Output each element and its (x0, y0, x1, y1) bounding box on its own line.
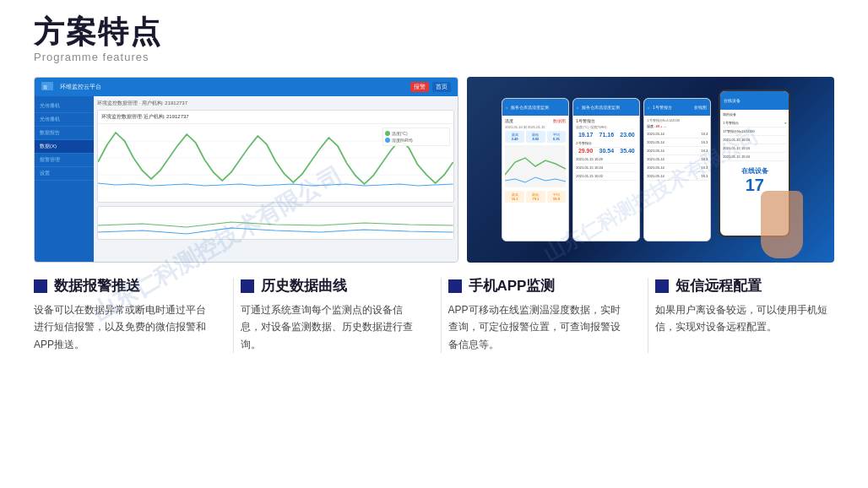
feature-icon-1 (34, 279, 47, 293)
feature-title-2: 历史数据曲线 (261, 278, 347, 295)
main-title: 方案特点 (34, 15, 834, 49)
phone-data-item-5: 2021-05-1416.3 (647, 164, 708, 172)
phone-data-item-6: 2021-05-1416.3 (647, 172, 708, 181)
phone-title-1: 服务仓库温湿度监测 (511, 105, 549, 110)
phone-screen-1: ‹ 服务仓库温湿度监测 温度数据图 2021-01-10 到 2021-01-1… (502, 98, 569, 241)
dash-header: 云 环维监控云平台 报警 首页 (35, 78, 458, 96)
phone-screen-3: ‹ 1号警报台 折线图 1号警报台No1124190 温度: 49 + ... … (643, 98, 711, 241)
hand-shape (761, 191, 803, 258)
feature-title-row-2: 历史数据曲线 (241, 278, 420, 295)
feature-card-3: 手机APP监测 APP可移动在线监测温湿度数据，实时查询，可定位报警位置，可查询… (448, 278, 641, 354)
phone-data-item-2: 2021-05-1416.3 (647, 138, 708, 147)
device-item-4: 2021-01-15 10:24 (723, 144, 786, 153)
mobile-screenshot: ‹ 服务仓库温湿度监测 温度数据图 2021-01-10 到 2021-01-1… (467, 77, 834, 263)
screenshots-row: 云 环维监控云平台 报警 首页 光传播机 光传播机 数据报告 数据(X) 报警管… (34, 77, 834, 263)
device-item-1: 1号警报台● (723, 119, 786, 127)
dash-nav: 报警 首页 (410, 82, 451, 92)
data-box-1: 最高2.49 (505, 131, 524, 143)
dash-logo: 云 (41, 82, 53, 92)
dash-chart-area: 环境监控数据管理·近户机构: 21912737 (97, 110, 454, 203)
feature-card-4: 短信远程配置 如果用户离设备较远，可以使用手机短信，实现对设备远程配置。 (655, 278, 834, 354)
legend-color-2 (385, 138, 390, 143)
nav-home[interactable]: 首页 (432, 82, 451, 92)
sidebar-item-5[interactable]: 报警管理 (35, 154, 94, 167)
legend-color-1 (385, 131, 390, 136)
device-item-3: 2021-01-15 10:24 (723, 136, 786, 144)
mobile-screens-container: ‹ 服务仓库温湿度监测 温度数据图 2021-01-10 到 2021-01-1… (467, 77, 834, 263)
phone-list-1: 2号警报台 (576, 139, 637, 148)
feature-desc-4: 如果用户离设备较远，可以使用手机短信，实现对设备远程配置。 (655, 301, 834, 336)
phone-header-3: ‹ 1号警报台 折线图 (644, 99, 710, 116)
feature-title-4: 短信远程配置 (675, 278, 762, 295)
data-box-5: 最低79.1 (526, 191, 545, 203)
device-item-5: 2021-01-15 10:24 (723, 153, 786, 161)
phone-chart-1 (505, 145, 566, 187)
features-row: 数据报警推送 设备可以在数据异常或断电时通过平台进行短信报警，以及免费的微信报警… (34, 278, 834, 354)
phone-title-2: 服务仓库温湿度监测 (582, 105, 620, 110)
legend-item-2: 湿度(%RH) (385, 137, 448, 144)
dash-breadcrumb: 环境监控数据管理 · 用户机构: 21912737 (97, 100, 454, 107)
phone-data-item-3: 2021-05-1416.3 (647, 147, 708, 155)
feature-title-row-3: 手机APP监测 (448, 278, 627, 295)
phone-title-3: 1号警报台 (653, 105, 672, 110)
sidebar-item-1[interactable]: 光传播机 (35, 100, 94, 113)
feature-desc-3: APP可移动在线监测温湿度数据，实时查询，可定位报警位置，可查询报警设备信息等。 (448, 301, 627, 353)
phone-data-item-1: 2021-05-1416.3 (647, 130, 708, 138)
svg-rect-6 (98, 207, 453, 240)
phone-row-1: 温度数据图 (505, 118, 566, 123)
phone-data-row-1: 最高2.49 最低8.92 平均6.91 (505, 131, 566, 143)
sidebar-item-6[interactable]: 设置 (35, 167, 94, 181)
phone-list-3: 2021-01-15 10:24 (576, 164, 637, 172)
phone-title-4: 在线设备 (724, 98, 741, 103)
phone-header-1: ‹ 服务仓库温湿度监测 (502, 99, 568, 116)
dashboard-screenshot: 云 环维监控云平台 报警 首页 光传播机 光传播机 数据报告 数据(X) 报警管… (34, 77, 458, 263)
nav-alarm[interactable]: 报警 (410, 82, 429, 92)
data-box-4: 最高16.1 (505, 191, 524, 203)
phone-header-4: 在线设备 (720, 91, 789, 110)
feature-desc-2: 可通过系统查询每个监测点的设备信息，对设备监测数据、历史数据进行查询。 (241, 301, 420, 353)
data-box-2: 最低8.92 (526, 131, 545, 143)
sidebar-item-4[interactable]: 数据(X) (35, 140, 94, 154)
phone-header-2: ‹ 服务仓库温湿度监测 (573, 99, 639, 116)
feature-divider-1 (233, 278, 234, 354)
phone-row-2: 1号警报台 (576, 118, 637, 123)
phone-hand-container: 在线设备 我的设备 1号警报台● 1T警报台No1124190 2021- (714, 89, 799, 250)
feature-title-1: 数据报警推送 (54, 278, 140, 295)
phone-list-2: 2021-01-15 10:26 (576, 155, 637, 164)
phone-content-1: 温度数据图 2021-01-10 到 2021-01-15 最高2.49 最低8… (502, 116, 568, 207)
data-box-3: 平均6.91 (547, 131, 567, 143)
feature-desc-1: 设备可以在数据异常或断电时通过平台进行短信报警，以及免费的微信报警和APP推送。 (34, 301, 213, 353)
header-section: 方案特点 Programme features (34, 15, 834, 63)
feature-title-3: 手机APP监测 (469, 278, 556, 295)
feature-card-2: 历史数据曲线 可通过系统查询每个监测点的设备信息，对设备监测数据、历史数据进行查… (241, 278, 433, 354)
dash-sidebar: 光传播机 光传播机 数据报告 数据(X) 报警管理 设置 (35, 96, 94, 262)
feature-icon-2 (241, 279, 254, 293)
legend-item-1: 温度(°C) (385, 130, 448, 137)
phone-screen-2: ‹ 服务仓库温湿度监测 1号警报台 温度(°C) 湿度(%RH) 19.17 7… (572, 98, 640, 241)
dash-logo-text: 环维监控云平台 (60, 83, 101, 91)
feature-title-row-4: 短信远程配置 (655, 278, 834, 295)
feature-icon-3 (448, 279, 462, 293)
phone-data-item-4: 2021-05-1416.3 (647, 155, 708, 164)
sidebar-item-2[interactable]: 光传播机 (35, 113, 94, 127)
phone-content-2: 1号警报台 温度(°C) 湿度(%RH) 19.17 71.16 23.60 2… (573, 116, 639, 183)
sidebar-item-3[interactable]: 数据报告 (35, 127, 94, 140)
dash-chart-title: 环境监控数据管理·近户机构: 21912737 (98, 111, 453, 124)
feature-divider-2 (441, 278, 442, 354)
feature-divider-3 (648, 278, 648, 354)
feature-icon-4 (655, 279, 669, 293)
svg-text:云: 云 (43, 84, 47, 89)
dash-main: 环境监控数据管理 · 用户机构: 21912737 环境监控数据管理·近户机构:… (94, 96, 458, 262)
phone-content-4: 我的设备 1号警报台● 1T警报台No1124190 2021-01-15 10… (720, 110, 789, 198)
device-item-2: 1T警报台No1124190 (723, 127, 786, 136)
page-container: 山东仁科测控技术有限公司 山东仁科测控技术有限公司 方案特点 Programme… (0, 0, 868, 488)
dash-body: 光传播机 光传播机 数据报告 数据(X) 报警管理 设置 环境监控数据管理 · … (35, 96, 458, 262)
feature-title-row-1: 数据报警推送 (34, 278, 213, 295)
dash-legend: 温度(°C) 湿度(%RH) (382, 127, 450, 146)
data-box-6: 平均59.8 (547, 191, 567, 203)
sub-title: Programme features (34, 51, 834, 63)
phone-content-3: 1号警报台No1124190 温度: 49 + ... 2021-05-1416… (644, 116, 710, 183)
phone-list-4: 2021-01-15 10:22 (576, 172, 637, 181)
dash-bottom-chart (97, 206, 454, 240)
feature-card-1: 数据报警推送 设备可以在数据异常或断电时通过平台进行短信报警，以及免费的微信报警… (34, 278, 226, 354)
